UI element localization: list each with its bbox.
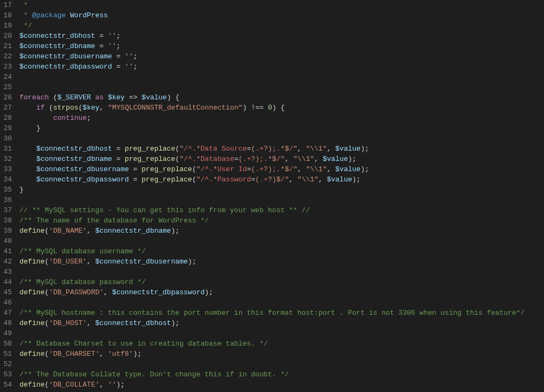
code-line[interactable]: $connectstr_dbpassword = preg_replace("/…	[19, 174, 544, 185]
code-line[interactable]: */	[19, 21, 544, 31]
token-regcls: *	[213, 175, 217, 184]
token-plain	[104, 93, 108, 102]
token-plain	[104, 104, 108, 112]
token-regex: /^.	[201, 165, 213, 173]
code-line[interactable]	[19, 267, 544, 277]
code-content[interactable]: * * @package WordPress */$connectstr_dbh…	[15, 0, 544, 392]
line-number: 48	[0, 318, 12, 328]
token-func: strpos	[53, 104, 78, 112]
line-number: 41	[0, 246, 12, 256]
code-line[interactable]: /** MySQL database password */	[19, 277, 544, 287]
code-line[interactable]: define('DB_NAME', $connectstr_dbname);	[19, 226, 544, 236]
line-number: 25	[0, 82, 12, 92]
code-line[interactable]: $connectstr_dbhost = preg_replace("/^.*D…	[19, 144, 544, 154]
code-line[interactable]	[19, 359, 544, 369]
token-plain	[19, 175, 36, 184]
token-punct: (	[192, 175, 196, 184]
code-line[interactable]: // ** MySQL settings - You can get this …	[19, 205, 544, 215]
token-punct: (	[192, 165, 196, 173]
code-line[interactable]	[19, 328, 544, 339]
line-number: 53	[0, 369, 12, 380]
token-punct: );	[171, 227, 180, 235]
code-line[interactable]: $connectstr_dbusername = '';	[19, 51, 544, 62]
token-comment: */	[19, 22, 32, 30]
token-func: define	[19, 288, 45, 296]
code-line[interactable]: $connectstr_dbname = preg_replace("/^.*D…	[19, 154, 544, 164]
token-punct: ;	[133, 63, 138, 71]
token-comment: *	[19, 11, 32, 19]
code-line[interactable]: $connectstr_dbpassword = '';	[19, 62, 544, 72]
line-number: 37	[0, 205, 12, 215]
code-line[interactable]: define('DB_HOST', $connectstr_dbhost);	[19, 318, 544, 328]
token-regex: Data Source	[201, 145, 247, 153]
token-var: $connectstr_dbname	[36, 155, 112, 163]
token-op: =	[234, 155, 239, 163]
code-line[interactable]: define('DB_CHARSET', 'utf8');	[19, 349, 544, 359]
token-regex: /^.	[183, 155, 196, 163]
token-string: 'DB_USER'	[49, 258, 87, 266]
code-line[interactable]: }	[19, 185, 544, 195]
token-plain	[104, 381, 108, 389]
code-line[interactable]: /** MySQL database username */	[19, 246, 544, 256]
code-line[interactable]: /** The name of the database for WordPre…	[19, 215, 544, 226]
code-line[interactable]: * @package WordPress	[19, 10, 544, 21]
token-punct: );	[188, 258, 196, 266]
token-regex: .+	[255, 165, 264, 173]
code-line[interactable]	[19, 298, 544, 308]
line-number: 38	[0, 215, 12, 226]
code-line[interactable]: continue;	[19, 113, 544, 123]
line-number: 44	[0, 277, 12, 287]
token-plain	[120, 155, 125, 163]
code-line[interactable]	[19, 133, 544, 144]
token-punct: (	[45, 350, 49, 358]
token-var: $connectstr_dbusername	[19, 52, 112, 60]
code-line[interactable]	[19, 236, 544, 246]
code-line[interactable]: foreach ($_SERVER as $key => $value) {	[19, 92, 544, 103]
token-punct: {	[175, 93, 180, 102]
code-line[interactable]: *	[19, 0, 544, 10]
token-var: $connectstr_dbhost	[36, 145, 112, 153]
code-line[interactable]: /** Database Charset to use in creating …	[19, 339, 544, 349]
code-line[interactable]: define('DB_USER', $connectstr_dbusername…	[19, 256, 544, 267]
token-plain	[19, 124, 36, 132]
token-string: "MYSQLCONNSTR_defaultConnection"	[108, 104, 243, 112]
code-line[interactable]: $connectstr_dbname = '';	[19, 41, 544, 51]
code-line[interactable]: define('DB_PASSWORD', $connectstr_dbpass…	[19, 287, 544, 298]
line-number: 46	[0, 298, 12, 308]
code-line[interactable]: define('DB_COLLATE', '');	[19, 380, 544, 390]
token-punct: );	[348, 155, 357, 163]
code-line[interactable]: /** MySQL hostname : this contains the p…	[19, 308, 544, 318]
token-var: $connectstr_dbname	[19, 42, 95, 50]
token-punct: ,	[318, 175, 323, 184]
code-line[interactable]	[19, 82, 544, 92]
line-number: 26	[0, 92, 12, 103]
code-line[interactable]: $connectstr_dbhost = '';	[19, 31, 544, 41]
token-plain	[120, 145, 125, 153]
token-regcls: (	[251, 165, 255, 173]
code-line[interactable]	[19, 72, 544, 82]
token-punct: ,	[314, 155, 318, 163]
token-plain	[302, 145, 306, 153]
code-editor[interactable]: 1718192021222324252627282930313233343536…	[0, 0, 544, 392]
code-line[interactable]: if (strpos($key, "MYSQLCONNSTR_defaultCo…	[19, 103, 544, 113]
code-line[interactable]: /** The Database Collate type. Don't cha…	[19, 369, 544, 380]
token-regex: User Id	[217, 165, 247, 173]
token-punct: );	[361, 145, 369, 153]
token-string: 'DB_COLLATE'	[49, 381, 100, 389]
token-op: =>	[129, 93, 138, 102]
token-punct: ,	[87, 319, 91, 327]
code-line[interactable]: $connectstr_dbusername = preg_replace("/…	[19, 164, 544, 174]
line-number: 29	[0, 123, 12, 133]
line-number-gutter: 1718192021222324252627282930313233343536…	[0, 0, 15, 392]
token-punct: ,	[297, 145, 302, 153]
token-regcls: (	[239, 155, 243, 163]
token-var: $connectstr_dbname	[95, 227, 171, 235]
token-string: ''	[108, 32, 117, 40]
code-line[interactable]	[19, 195, 544, 205]
token-plain	[293, 175, 297, 184]
token-var: $connectstr_dbhost	[95, 319, 171, 327]
code-line[interactable]: }	[19, 123, 544, 133]
token-punct: )	[272, 104, 276, 112]
line-number: 30	[0, 133, 12, 144]
token-punct: (	[45, 319, 49, 327]
